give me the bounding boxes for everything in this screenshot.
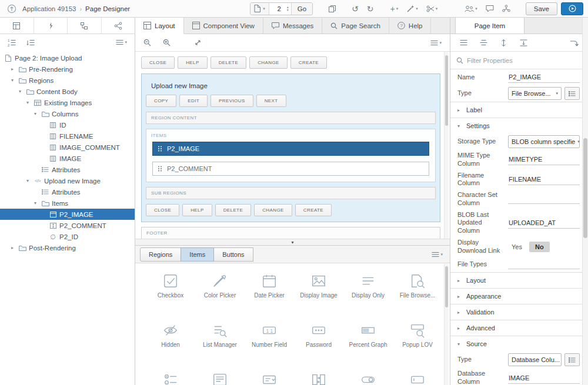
gallery-item-hidden[interactable]: Hidden bbox=[146, 317, 195, 363]
no-button[interactable]: No bbox=[529, 242, 550, 252]
region-button-next[interactable]: NEXT bbox=[256, 95, 286, 107]
feedback-icon[interactable] bbox=[483, 4, 496, 14]
sort-alpha-icon[interactable] bbox=[24, 38, 37, 48]
gallery-item-file-browse[interactable]: File Browse... bbox=[393, 268, 442, 314]
run-button[interactable] bbox=[561, 2, 583, 15]
team-dev-menu-button[interactable]: ▾ bbox=[462, 4, 480, 14]
blob-last-updated-input[interactable]: UPLOADED_AT bbox=[508, 217, 580, 229]
undo-button[interactable]: ↺ bbox=[349, 3, 361, 15]
gallery-scrollbar[interactable] bbox=[444, 264, 449, 385]
gallery-scrollbar-thumb[interactable] bbox=[445, 266, 448, 307]
tab-help[interactable]: ? Help bbox=[389, 18, 432, 34]
drag-grip-icon[interactable] bbox=[158, 146, 162, 152]
caret-down-icon[interactable]: ▾ bbox=[34, 111, 41, 116]
tree-item-regions[interactable]: ▾ Regions bbox=[0, 75, 135, 86]
gallery-item-color-picker[interactable]: Color Picker bbox=[195, 268, 245, 314]
go-to-component-icon[interactable] bbox=[567, 38, 581, 48]
canvas-button-change[interactable]: CHANGE bbox=[249, 56, 288, 69]
canvas-item-p2-comment[interactable]: P2_COMMENT bbox=[152, 162, 429, 176]
tree-item-items-folder[interactable]: ▾ Items bbox=[0, 197, 135, 209]
character-set-input[interactable] bbox=[508, 194, 580, 204]
region-button-change[interactable]: CHANGE bbox=[254, 204, 292, 216]
region-button-close[interactable]: CLOSE bbox=[146, 204, 179, 216]
page-number-stepper[interactable]: ▴▾ bbox=[287, 6, 289, 12]
canvas-button-create[interactable]: CREATE bbox=[290, 56, 327, 69]
caret-down-icon[interactable]: ▾ bbox=[19, 89, 25, 94]
sub-regions-slot[interactable]: SUB REGIONS bbox=[146, 187, 436, 199]
file-types-input[interactable] bbox=[508, 259, 580, 269]
region-content-slot[interactable]: REGION CONTENT bbox=[146, 112, 436, 124]
breadcrumb-app-link[interactable]: Application 49153 bbox=[22, 5, 76, 12]
footer-slot[interactable]: FOOTER bbox=[141, 227, 440, 239]
region-button-edit[interactable]: EDIT bbox=[179, 95, 208, 107]
tab-page-item[interactable]: Page Item bbox=[455, 18, 524, 34]
dynamic-actions-tab[interactable] bbox=[34, 18, 68, 34]
mime-type-input[interactable]: MIMETYPE bbox=[508, 154, 580, 165]
tree-item-column-id[interactable]: ID bbox=[0, 119, 135, 130]
tree-item-page-root[interactable]: Page 2: Image Upload bbox=[0, 52, 135, 63]
copy-page-button[interactable] bbox=[326, 4, 339, 14]
zoom-out-icon[interactable] bbox=[141, 38, 153, 48]
canvas-scrollbar[interactable] bbox=[444, 52, 449, 239]
shared-components-menu-button[interactable]: ▾ bbox=[424, 4, 440, 14]
tree-item-pre-rendering[interactable]: ▸ Pre-Rendering bbox=[0, 63, 135, 75]
zoom-in-icon[interactable] bbox=[161, 38, 173, 48]
right-scrollbar-thumb[interactable] bbox=[583, 138, 587, 238]
caret-down-icon[interactable]: ▾ bbox=[26, 100, 33, 105]
caret-right-icon[interactable]: ▸ bbox=[11, 66, 18, 72]
gallery-item-display-image[interactable]: Display Image bbox=[294, 268, 343, 314]
expand-all-icon[interactable] bbox=[517, 38, 530, 48]
tree-item-columns[interactable]: ▾ Columns bbox=[0, 108, 135, 119]
type-list-button[interactable] bbox=[564, 87, 580, 100]
group-settings[interactable]: ▾ Settings bbox=[450, 118, 582, 133]
canvas-button-close[interactable]: CLOSE bbox=[141, 56, 175, 69]
tree-item-upload-new-image[interactable]: ▾ </> Upload new Image bbox=[0, 175, 135, 186]
processing-tab[interactable] bbox=[68, 18, 102, 34]
tab-component-view[interactable]: Component View bbox=[184, 18, 263, 34]
right-panel-scrollbar[interactable] bbox=[582, 18, 588, 385]
show-all-icon[interactable] bbox=[457, 38, 470, 47]
go-button[interactable]: Go bbox=[292, 3, 312, 15]
group-source[interactable]: ▾ Source bbox=[450, 336, 582, 351]
canvas-item-p2-image[interactable]: P2_IMAGE bbox=[152, 142, 429, 156]
rendering-tab[interactable] bbox=[0, 18, 34, 34]
gallery-item-switch[interactable]: Switch bbox=[343, 367, 393, 385]
tab-messages[interactable]: Messages bbox=[263, 18, 322, 34]
canvas-button-help[interactable]: HELP bbox=[178, 56, 208, 69]
tree-menu-button[interactable]: ▾ bbox=[113, 38, 129, 46]
gallery-tab-items[interactable]: Items bbox=[181, 247, 214, 262]
tree-item-column-image[interactable]: IMAGE bbox=[0, 153, 135, 164]
gallery-item-percent-graph[interactable]: Percent Graph bbox=[343, 317, 393, 363]
gallery-item-radio-group[interactable]: Radio Group bbox=[146, 367, 195, 385]
tab-page-search[interactable]: Page Search bbox=[322, 18, 389, 34]
collapse-down-icon[interactable]: ▾ bbox=[291, 240, 293, 245]
gallery-item-password[interactable]: Password bbox=[294, 317, 343, 363]
shortcuts-icon[interactable] bbox=[500, 4, 513, 14]
redo-button[interactable]: ↻ bbox=[365, 3, 376, 15]
gallery-item-shuttle[interactable]: Shuttle bbox=[294, 367, 343, 385]
drag-grip-icon[interactable] bbox=[158, 166, 162, 172]
create-menu-button[interactable]: +▾ bbox=[388, 5, 401, 13]
page-number-input[interactable] bbox=[272, 5, 287, 12]
tree-item-post-rendering[interactable]: ▸ Post-Rendering bbox=[0, 242, 135, 253]
caret-down-icon[interactable]: ▾ bbox=[11, 78, 18, 83]
gallery-item-text-field[interactable]: Text Field bbox=[393, 367, 442, 385]
page-shared-components-tab[interactable] bbox=[102, 18, 135, 34]
expand-icon[interactable] bbox=[192, 38, 204, 48]
gallery-item-list-manager[interactable]: List Manager bbox=[195, 317, 245, 363]
canvas-gallery-splitter[interactable]: ▾ bbox=[135, 239, 450, 246]
tree-item-existing-images[interactable]: ▾ Existing Images bbox=[0, 97, 135, 108]
filename-input[interactable]: FILENAME bbox=[508, 174, 580, 185]
save-button[interactable]: Save bbox=[526, 2, 557, 15]
tree-item-p2-image[interactable]: P2_IMAGE bbox=[0, 209, 135, 220]
gallery-item-checkbox[interactable]: Checkbox bbox=[146, 268, 195, 314]
gallery-item-number-field[interactable]: 1 1 Number Field bbox=[245, 317, 294, 363]
group-label[interactable]: ▸ Label bbox=[450, 102, 582, 118]
tree-item-attributes-2[interactable]: Attributes bbox=[0, 186, 135, 197]
region-button-copy[interactable]: COPY bbox=[146, 95, 176, 107]
type-select[interactable]: File Browse... ▾ bbox=[508, 87, 562, 100]
canvas-button-delete[interactable]: DELETE bbox=[211, 56, 247, 69]
region-button-delete[interactable]: DELETE bbox=[215, 204, 252, 216]
gallery-item-popup-lov[interactable]: Popup LOV bbox=[393, 317, 442, 363]
show-common-icon[interactable] bbox=[477, 38, 490, 47]
